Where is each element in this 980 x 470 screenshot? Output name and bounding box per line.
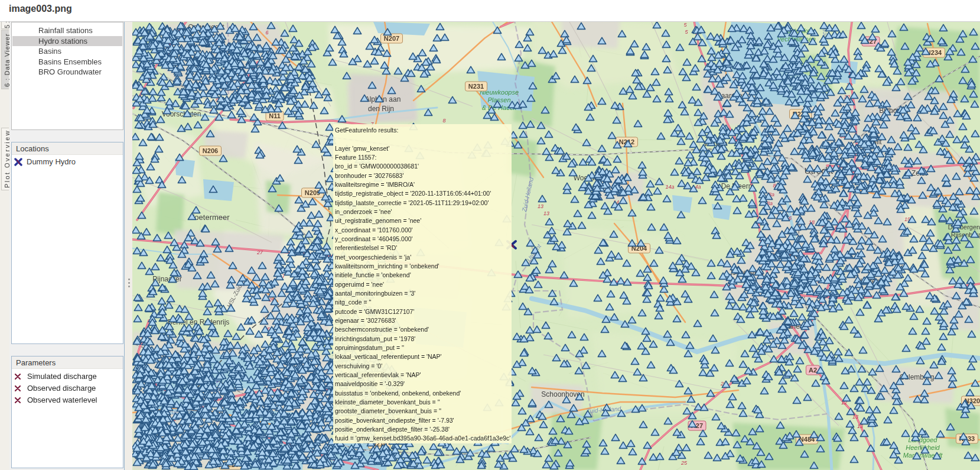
- svg-text:Zoetermeer: Zoetermeer: [190, 213, 230, 222]
- svg-text:Plassen: Plassen: [487, 96, 510, 103]
- svg-text:13: 13: [543, 210, 549, 216]
- svg-text:13: 13: [538, 203, 543, 209]
- svg-text:N207: N207: [384, 35, 399, 42]
- svg-text:den Rijn: den Rijn: [368, 105, 394, 113]
- svg-text:25: 25: [681, 460, 688, 466]
- svg-text:27: 27: [256, 249, 263, 255]
- svg-text:N231: N231: [468, 83, 484, 90]
- svg-text:N206: N206: [203, 147, 218, 154]
- svg-text:14a: 14a: [665, 184, 674, 190]
- svg-text:A2: A2: [809, 367, 817, 374]
- svg-text:6: 6: [265, 30, 268, 35]
- svg-text:8: 8: [442, 118, 445, 124]
- svg-text:N11: N11: [269, 112, 281, 119]
